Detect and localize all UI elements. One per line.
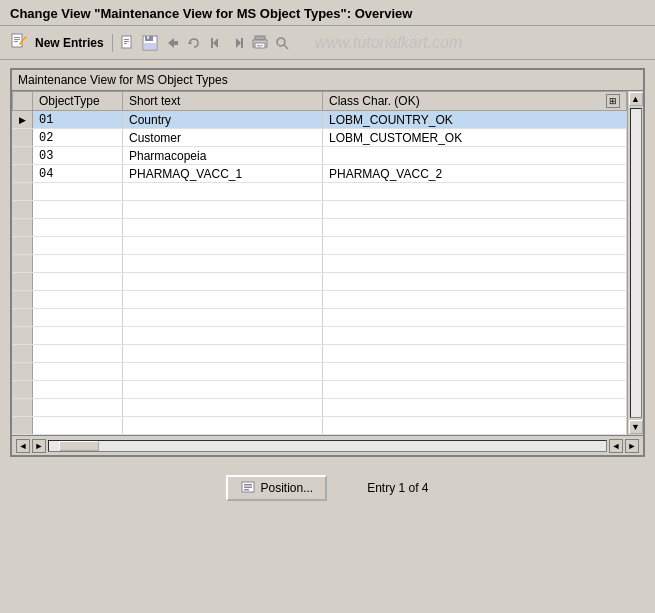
- svg-marker-14: [168, 38, 174, 48]
- table-container: ObjectType Short text Class Char. (OK) ⊞: [12, 91, 643, 435]
- details-icon[interactable]: [119, 34, 137, 52]
- row-indicator: ▶: [13, 111, 33, 129]
- col-header-shorttext[interactable]: Short text: [123, 92, 323, 111]
- cell-objecttype[interactable]: 03: [33, 147, 123, 165]
- cell-shorttext[interactable]: Country: [123, 111, 323, 129]
- toolbar: New Entries: [0, 26, 655, 60]
- cell-classchar[interactable]: PHARMAQ_VACC_2: [323, 165, 627, 183]
- row-indicator: [13, 147, 33, 165]
- page-title: Change View "Maintenance View for MS Obj…: [10, 6, 645, 21]
- empty-row: [13, 201, 627, 219]
- svg-rect-7: [124, 39, 129, 40]
- col-header-objecttype[interactable]: ObjectType: [33, 92, 123, 111]
- horizontal-scroll-thumb[interactable]: [59, 441, 99, 451]
- table-row[interactable]: 03Pharmacopeia: [13, 147, 627, 165]
- cell-classchar[interactable]: [323, 147, 627, 165]
- horizontal-scroll-track[interactable]: [48, 440, 607, 452]
- cell-classchar[interactable]: LOBM_CUSTOMER_OK: [323, 129, 627, 147]
- row-indicator: [13, 129, 33, 147]
- empty-row: [13, 345, 627, 363]
- col-header-classchar[interactable]: Class Char. (OK) ⊞: [323, 92, 627, 111]
- svg-rect-12: [147, 36, 149, 39]
- undo-icon[interactable]: [185, 34, 203, 52]
- scroll-right-end-button[interactable]: ►: [625, 439, 639, 453]
- scroll-left-button[interactable]: ◄: [16, 439, 30, 453]
- svg-rect-13: [144, 43, 156, 49]
- find-icon[interactable]: [273, 34, 291, 52]
- cell-shorttext[interactable]: PHARMAQ_VACC_1: [123, 165, 323, 183]
- table-inner: ObjectType Short text Class Char. (OK) ⊞: [12, 91, 627, 435]
- svg-rect-29: [244, 484, 252, 486]
- svg-rect-20: [241, 38, 243, 48]
- empty-row: [13, 273, 627, 291]
- col-header-indicator: [13, 92, 33, 111]
- scroll-left-end-button[interactable]: ◄: [609, 439, 623, 453]
- empty-row: [13, 363, 627, 381]
- svg-marker-17: [213, 38, 218, 48]
- svg-rect-15: [174, 41, 178, 45]
- new-entries-icon: [10, 32, 28, 53]
- cell-classchar[interactable]: LOBM_COUNTRY_OK: [323, 111, 627, 129]
- empty-row: [13, 255, 627, 273]
- svg-rect-3: [14, 41, 18, 42]
- prev-page-icon[interactable]: [207, 34, 225, 52]
- footer: Position... Entry 1 of 4: [0, 465, 655, 511]
- table-row[interactable]: ▶01CountryLOBM_COUNTRY_OK: [13, 111, 627, 129]
- empty-row: [13, 399, 627, 417]
- table-row[interactable]: 02CustomerLOBM_CUSTOMER_OK: [13, 129, 627, 147]
- data-table: ObjectType Short text Class Char. (OK) ⊞: [12, 91, 627, 435]
- scroll-track[interactable]: [630, 108, 642, 418]
- save-icon[interactable]: [141, 34, 159, 52]
- main-content: Maintenance View for MS Object Types Obj…: [0, 60, 655, 465]
- empty-row: [13, 381, 627, 399]
- svg-rect-31: [244, 489, 249, 491]
- svg-rect-9: [124, 43, 127, 44]
- svg-rect-24: [257, 45, 263, 46]
- svg-line-27: [284, 45, 288, 49]
- next-page-icon[interactable]: [229, 34, 247, 52]
- empty-row: [13, 219, 627, 237]
- scroll-down-button[interactable]: ▼: [629, 420, 643, 434]
- svg-rect-21: [255, 36, 265, 40]
- toolbar-separator-1: [112, 34, 113, 52]
- horizontal-scrollbar-bar: ◄ ► ◄ ►: [12, 435, 643, 455]
- empty-row: [13, 417, 627, 435]
- svg-rect-30: [244, 487, 252, 489]
- entry-info: Entry 1 of 4: [367, 481, 428, 495]
- svg-rect-0: [12, 34, 22, 47]
- empty-row: [13, 183, 627, 201]
- svg-rect-18: [211, 38, 213, 48]
- svg-marker-19: [236, 38, 241, 48]
- scroll-up-button[interactable]: ▲: [629, 92, 643, 106]
- cell-objecttype[interactable]: 02: [33, 129, 123, 147]
- main-panel: Maintenance View for MS Object Types Obj…: [10, 68, 645, 457]
- table-header-row: ObjectType Short text Class Char. (OK) ⊞: [13, 92, 627, 111]
- svg-rect-8: [124, 41, 129, 42]
- position-button[interactable]: Position...: [226, 475, 327, 501]
- new-entries-label: New Entries: [35, 36, 104, 50]
- new-entries-button[interactable]: New Entries: [8, 30, 106, 55]
- svg-rect-2: [14, 39, 20, 40]
- print-icon[interactable]: [251, 34, 269, 52]
- empty-row: [13, 237, 627, 255]
- cell-shorttext[interactable]: Pharmacopeia: [123, 147, 323, 165]
- scroll-right-step-button[interactable]: ►: [32, 439, 46, 453]
- svg-rect-1: [14, 37, 20, 38]
- position-button-label: Position...: [260, 481, 313, 495]
- vertical-scrollbar[interactable]: ▲ ▼: [627, 91, 643, 435]
- row-indicator: [13, 165, 33, 183]
- empty-row: [13, 309, 627, 327]
- table-row[interactable]: 04PHARMAQ_VACC_1PHARMAQ_VACC_2: [13, 165, 627, 183]
- empty-row: [13, 327, 627, 345]
- svg-rect-25: [257, 46, 261, 47]
- back-icon[interactable]: [163, 34, 181, 52]
- cell-objecttype[interactable]: 01: [33, 111, 123, 129]
- svg-point-26: [277, 38, 285, 46]
- empty-row: [13, 291, 627, 309]
- column-resize-icon[interactable]: ⊞: [606, 94, 620, 108]
- position-icon: [240, 480, 256, 496]
- cell-shorttext[interactable]: Customer: [123, 129, 323, 147]
- title-bar: Change View "Maintenance View for MS Obj…: [0, 0, 655, 26]
- cell-objecttype[interactable]: 04: [33, 165, 123, 183]
- panel-title: Maintenance View for MS Object Types: [12, 70, 643, 91]
